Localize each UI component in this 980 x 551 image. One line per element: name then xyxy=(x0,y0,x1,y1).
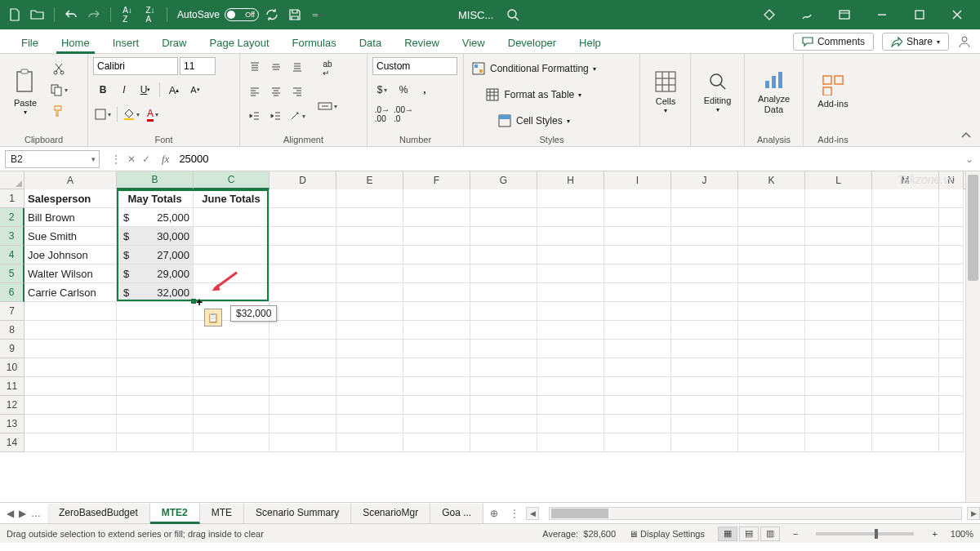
cell[interactable] xyxy=(939,189,964,208)
display-settings-button[interactable]: 🖥 Display Settings xyxy=(629,529,705,539)
sheet-nav-more-icon[interactable]: … xyxy=(31,508,41,519)
cell[interactable] xyxy=(604,246,671,264)
font-size-input[interactable] xyxy=(180,57,216,75)
cell[interactable] xyxy=(671,227,738,246)
cell[interactable] xyxy=(537,283,604,302)
cell[interactable] xyxy=(336,264,403,283)
fx-icon[interactable]: fx xyxy=(157,153,174,166)
cell[interactable] xyxy=(403,433,470,452)
cell[interactable] xyxy=(604,358,671,377)
view-page-layout-icon[interactable]: ▤ xyxy=(739,527,759,541)
cell[interactable] xyxy=(24,358,117,377)
cell[interactable] xyxy=(270,283,336,302)
horizontal-scrollbar[interactable] xyxy=(549,507,962,520)
cell[interactable] xyxy=(537,227,604,246)
merge-icon[interactable] xyxy=(315,96,340,116)
tab-developer[interactable]: Developer xyxy=(497,33,568,53)
autosave-toggle[interactable]: AutoSave Off xyxy=(177,8,259,21)
analyze-data-button[interactable]: Analyze Data xyxy=(750,57,798,127)
tab-page-layout[interactable]: Page Layout xyxy=(198,33,281,53)
sheet-nav-prev-icon[interactable]: ◀ xyxy=(7,508,14,519)
row-header[interactable]: 1 xyxy=(0,189,24,208)
cell[interactable] xyxy=(671,340,738,358)
new-file-icon[interactable] xyxy=(5,5,24,24)
cell[interactable] xyxy=(604,208,671,227)
cell[interactable] xyxy=(270,415,336,433)
cell[interactable] xyxy=(939,433,964,452)
column-header[interactable]: H xyxy=(537,171,604,189)
cell[interactable] xyxy=(270,340,336,358)
format-as-table-button[interactable]: Format as Table▾ xyxy=(469,85,599,104)
cell[interactable] xyxy=(805,302,872,321)
cell[interactable] xyxy=(194,396,270,415)
column-header[interactable]: I xyxy=(604,171,671,189)
cell[interactable] xyxy=(939,396,964,415)
column-header[interactable]: D xyxy=(270,171,336,189)
cell[interactable] xyxy=(939,377,964,396)
cell[interactable] xyxy=(270,321,336,340)
refresh-icon[interactable] xyxy=(262,5,282,24)
cancel-formula-icon[interactable]: ✕ xyxy=(127,153,136,165)
cell[interactable] xyxy=(270,227,336,246)
cell[interactable] xyxy=(24,340,117,358)
tab-view[interactable]: View xyxy=(451,33,497,53)
cell[interactable] xyxy=(336,246,403,264)
cell[interactable] xyxy=(537,340,604,358)
column-header[interactable]: G xyxy=(470,171,537,189)
cell[interactable] xyxy=(403,189,470,208)
cell[interactable] xyxy=(537,358,604,377)
cell[interactable] xyxy=(336,302,403,321)
cell[interactable] xyxy=(117,321,194,340)
zoom-slider[interactable] xyxy=(816,532,914,535)
zoom-in-button[interactable]: + xyxy=(932,529,937,539)
tab-draw[interactable]: Draw xyxy=(150,33,198,53)
cell[interactable] xyxy=(403,264,470,283)
column-header[interactable]: F xyxy=(403,171,470,189)
maximize-button[interactable] xyxy=(902,3,938,26)
hscroll-right-icon[interactable]: ▶ xyxy=(967,507,980,520)
cell[interactable] xyxy=(194,227,270,246)
tab-insert[interactable]: Insert xyxy=(101,33,151,53)
cell[interactable] xyxy=(939,415,964,433)
cell[interactable] xyxy=(738,340,805,358)
cell[interactable] xyxy=(117,302,194,321)
undo-icon[interactable] xyxy=(61,5,81,24)
cell[interactable] xyxy=(805,264,872,283)
cell[interactable] xyxy=(24,377,117,396)
cell[interactable]: $30,000 xyxy=(117,227,194,246)
cell[interactable] xyxy=(872,246,939,264)
cell[interactable] xyxy=(738,321,805,340)
vertical-scrollbar[interactable] xyxy=(965,171,980,502)
cell[interactable]: Carrie Carlson xyxy=(24,283,117,302)
cell[interactable] xyxy=(738,358,805,377)
cell[interactable] xyxy=(117,433,194,452)
view-normal-icon[interactable]: ▦ xyxy=(718,527,737,541)
cell[interactable] xyxy=(872,227,939,246)
row-header[interactable]: 5 xyxy=(0,264,24,283)
search-button[interactable] xyxy=(506,8,519,21)
percent-format-icon[interactable]: % xyxy=(394,80,413,100)
sheet-tab[interactable]: ZeroBasedBudget xyxy=(47,504,150,523)
hscroll-left-icon[interactable]: ◀ xyxy=(526,507,539,520)
cell[interactable] xyxy=(403,396,470,415)
redo-icon[interactable] xyxy=(84,5,104,24)
cell[interactable] xyxy=(470,340,537,358)
cell[interactable] xyxy=(403,283,470,302)
row-header[interactable]: 6 xyxy=(0,283,24,302)
cell[interactable] xyxy=(403,208,470,227)
draw-icon[interactable] xyxy=(789,3,825,26)
row-header[interactable]: 4 xyxy=(0,246,24,264)
cell[interactable] xyxy=(24,415,117,433)
cell[interactable] xyxy=(805,321,872,340)
row-header[interactable]: 12 xyxy=(0,396,24,415)
cell[interactable]: May Totals xyxy=(117,189,194,208)
cell[interactable]: $32,000 xyxy=(117,283,194,302)
cell[interactable] xyxy=(872,377,939,396)
row-header[interactable]: 8 xyxy=(0,321,24,340)
cell[interactable] xyxy=(805,283,872,302)
cell[interactable] xyxy=(194,264,270,283)
cell[interactable] xyxy=(738,283,805,302)
cell[interactable] xyxy=(270,264,336,283)
zoom-out-button[interactable]: − xyxy=(793,529,798,539)
cell[interactable] xyxy=(805,358,872,377)
